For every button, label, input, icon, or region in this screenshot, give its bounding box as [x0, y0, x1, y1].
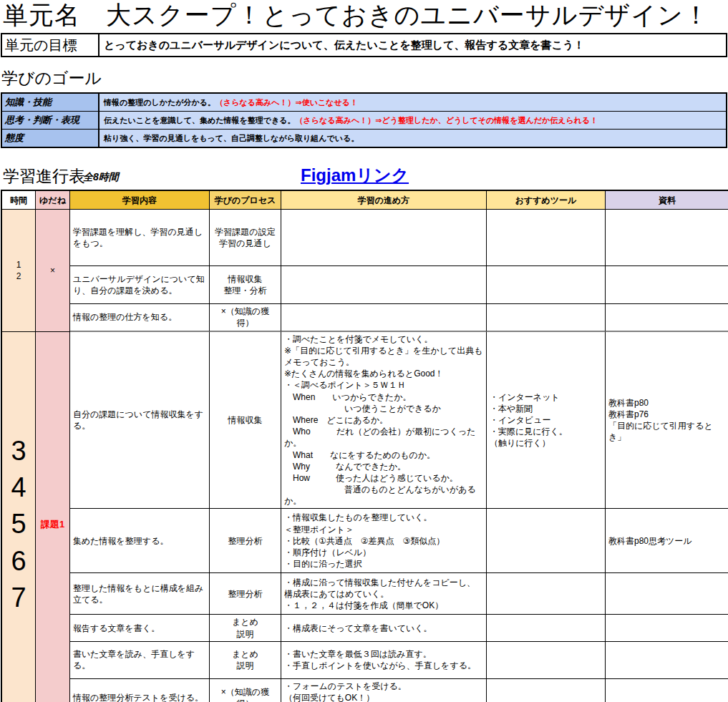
- method-text: ・フォームのテストを受ける。 （何回受けてもOK！）: [284, 681, 483, 702]
- content-cell: 整理した情報をもとに構成を組み立てる。: [70, 573, 210, 615]
- content-cell: 自分の課題について情報収集をする。: [70, 332, 210, 510]
- table-row: 整理した情報をもとに構成を組み立てる。 整理分析 ・構成に沿って情報収集した付せ…: [2, 573, 728, 615]
- materials-cell: [606, 304, 728, 331]
- goals-desc-thinking: 伝えたいことを意識して、集めた情報を整理できる。（さらなる高みへ！）⇒どう整理し…: [100, 112, 726, 130]
- content-cell: 情報の整理分析テストを受ける。: [70, 679, 210, 702]
- header-content: 学習内容: [70, 191, 210, 210]
- hours-cell-3-7: 3 4 5 6 7: [2, 332, 36, 702]
- materials-cell: 教科書p80思考ツール: [606, 509, 728, 573]
- goals-heading: 学びのゴール: [0, 67, 728, 89]
- materials-cell: [606, 210, 728, 266]
- progress-heading-row: 学習進行表 全8時間 Figjamリンク: [0, 164, 728, 190]
- materials-cell: [606, 679, 728, 702]
- goals-text: 粘り強く、学習の見通しをもって、自己調整しながら取り組んでいる。: [104, 134, 359, 142]
- tools-cell: ・インターネット ・本や新聞 ・インタビュー ・実際に見に行く。 （触りに行く）: [487, 332, 606, 510]
- process-cell: ×（知識の獲得）: [210, 679, 281, 702]
- tools-cell: [487, 642, 606, 679]
- tools-cell: [487, 266, 606, 304]
- materials-cell: [606, 642, 728, 679]
- tools-cell: [487, 304, 606, 331]
- table-row: 集めた情報を整理する。 整理分析 ・情報収集したものを整理していく。 ＜整理ポイ…: [2, 509, 728, 573]
- table-row: 情報の整理の仕方を知る。 ×（知識の獲得）: [2, 304, 728, 331]
- table-row: ユニバーサルデザインについて知り、自分の課題を決める。 情報収集 整理・分析: [2, 266, 728, 304]
- hours-cell-1-2: 1 2: [2, 210, 36, 331]
- content-cell: 報告する文章を書く。: [70, 615, 210, 641]
- goals-extra-red: （さらなる高みへ！）⇒使いこなせる！: [215, 98, 358, 107]
- table-header-row: 時間 ゆだね 学習内容 学びのプロセス 学習の進め方 おすすめツール 資料: [2, 191, 728, 210]
- method-cell: [281, 304, 487, 331]
- progress-heading: 学習進行表: [1, 165, 85, 187]
- goals-row-thinking: 思考・判断・表現 伝えたいことを意識して、集めた情報を整理できる。（さらなる高み…: [2, 112, 726, 130]
- goals-desc-knowledge: 情報の整理のしかたが分かる。（さらなる高みへ！）⇒使いこなせる！: [100, 94, 726, 112]
- process-cell: 情報収集: [210, 332, 281, 510]
- header-tools: おすすめツール: [487, 191, 606, 210]
- unit-goal-label: 単元の目標: [2, 34, 100, 56]
- process-cell: ×（知識の獲得）: [210, 304, 281, 331]
- page-title: 単元名 大スクープ！とっておきのユニバーサルデザイン！: [0, 0, 728, 33]
- goals-row-attitude: 態度 粘り強く、学習の見通しをもって、自己調整しながら取り組んでいる。: [2, 130, 726, 147]
- total-hours-label: 全8時間: [83, 171, 119, 184]
- method-cell: ・書いた文章を最低３回は読み直す。 ・手直しポイントを使いながら、手直しをする。: [281, 642, 487, 679]
- header-process: 学びのプロセス: [210, 191, 281, 210]
- yudane-cell-1-2: ×: [36, 210, 70, 331]
- unit-goal-box: 単元の目標 とっておきのユニバーサルデザインについて、伝えたいことを整理して、報…: [1, 33, 727, 57]
- goals-row-knowledge: 知識・技能 情報の整理のしかたが分かる。（さらなる高みへ！）⇒使いこなせる！: [2, 94, 726, 112]
- table-row: 書いた文章を読み、手直しをする。 まとめ 説明 ・書いた文章を最低３回は読み直す…: [2, 642, 728, 679]
- unit-goal-text: とっておきのユニバーサルデザインについて、伝えたいことを整理して、報告する文章を…: [100, 34, 726, 56]
- method-cell: ・フォームのテストを受ける。 （何回受けてもOK！）情報の整理分析テスト: [281, 679, 487, 702]
- process-cell: 整理分析: [210, 509, 281, 573]
- table-row: 報告する文章を書く。 まとめ 説明 ・構成表にそって文章を書いていく。: [2, 615, 728, 641]
- tools-cell: [487, 210, 606, 266]
- materials-cell: [606, 615, 728, 641]
- content-cell: 情報の整理の仕方を知る。: [70, 304, 210, 331]
- header-hours: 時間: [2, 191, 36, 210]
- materials-cell: [606, 573, 728, 615]
- process-cell: 情報収集 整理・分析: [210, 266, 281, 304]
- method-cell: [281, 266, 487, 304]
- content-cell: 書いた文章を読み、手直しをする。: [70, 642, 210, 679]
- figjam-link[interactable]: Figjamリンク: [301, 164, 409, 187]
- tools-cell: [487, 573, 606, 615]
- method-cell: ・構成に沿って情報収集した付せんをコピーし、構成表にあてはめていく。 ・１，２，…: [281, 573, 487, 615]
- goals-text: 情報の整理のしかたが分かる。: [104, 98, 215, 107]
- tools-cell: [487, 509, 606, 573]
- content-cell: 集めた情報を整理する。: [70, 509, 210, 573]
- header-method: 学習の進め方: [281, 191, 487, 210]
- learning-plan-table: 時間 ゆだね 学習内容 学びのプロセス 学習の進め方 おすすめツール 資料 1 …: [1, 190, 728, 702]
- materials-cell: [606, 266, 728, 304]
- method-cell: [281, 210, 487, 266]
- table-row: 3 4 5 6 7 課題1 自分の課題について情報収集をする。 情報収集 ・調べ…: [2, 332, 728, 510]
- goals-table: 知識・技能 情報の整理のしかたが分かる。（さらなる高みへ！）⇒使いこなせる！ 思…: [1, 92, 727, 148]
- goals-desc-attitude: 粘り強く、学習の見通しをもって、自己調整しながら取り組んでいる。: [100, 130, 726, 147]
- task-label: 課題1: [41, 519, 64, 530]
- content-cell: ユニバーサルデザインについて知り、自分の課題を決める。: [70, 266, 210, 304]
- table-row: 1 2 × 学習課題を理解し、学習の見通しをもつ。 学習課題の設定 学習の見通し: [2, 210, 728, 266]
- method-cell: ・情報収集したものを整理していく。 ＜整理ポイント＞ ・比較（①共通点 ②差異点…: [281, 509, 487, 573]
- goals-text: 伝えたいことを意識して、集めた情報を整理できる。: [104, 116, 296, 125]
- yudane-cell-3-7: 課題1: [36, 332, 70, 702]
- goals-label-knowledge: 知識・技能: [2, 94, 100, 112]
- header-materials: 資料: [606, 191, 728, 210]
- goals-label-thinking: 思考・判断・表現: [2, 112, 100, 130]
- goals-extra-red: （さらなる高みへ！）⇒どう整理したか、どうしてその情報を選んだか伝えられる！: [296, 116, 598, 125]
- tools-cell: [487, 615, 606, 641]
- process-cell: 学習課題の設定 学習の見通し: [210, 210, 281, 266]
- method-cell: ・調べたことを付箋でメモしていく。 ※「目的に応じて引用するとき」を生かして出典…: [281, 332, 487, 510]
- tools-cell: [487, 679, 606, 702]
- materials-cell: 教科書p80 教科書p76 「目的に応じて引用するとき」: [606, 332, 728, 510]
- content-cell: 学習課題を理解し、学習の見通しをもつ。: [70, 210, 210, 266]
- goals-label-attitude: 態度: [2, 130, 100, 147]
- method-cell: ・構成表にそって文章を書いていく。: [281, 615, 487, 641]
- process-cell: まとめ 説明: [210, 642, 281, 679]
- header-yudane: ゆだね: [36, 191, 70, 210]
- table-row: 情報の整理分析テストを受ける。 ×（知識の獲得） ・フォームのテストを受ける。 …: [2, 679, 728, 702]
- process-cell: 整理分析: [210, 573, 281, 615]
- process-cell: まとめ 説明: [210, 615, 281, 641]
